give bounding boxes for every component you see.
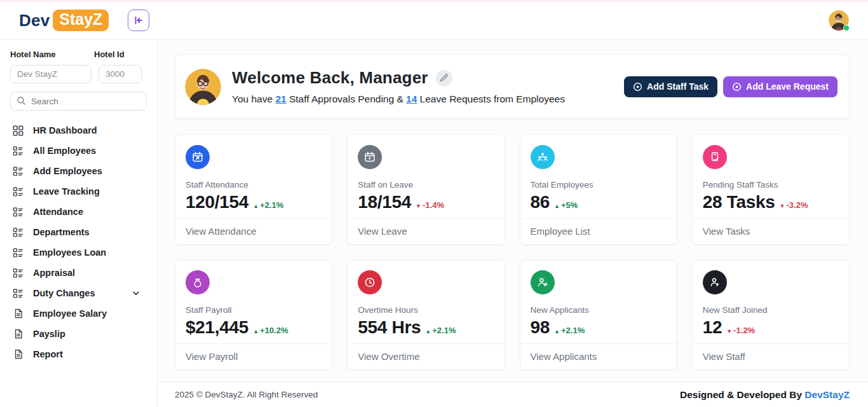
button-label: Add Leave Request	[746, 81, 829, 92]
devstayz-link[interactable]: DevStayZ	[804, 389, 850, 400]
welcome-message: You have 21 Staff Approvals Pending & 14…	[232, 93, 565, 105]
stat-delta: ▲+2.1%	[253, 200, 283, 210]
view-tasks-link[interactable]: View Tasks	[693, 218, 849, 244]
stat-title: Overtime Hours	[358, 305, 494, 315]
credit-text: Designed & Developed By DevStayZ	[680, 389, 850, 401]
list-icon	[13, 227, 24, 238]
add-leave-request-button[interactable]: Add Leave Request	[723, 76, 837, 97]
sidebar-item-label: Attendance	[33, 207, 83, 217]
stat-card-overtime-hours: Overtime Hours 554 Hrs ▲+2.1% View Overt…	[347, 259, 505, 370]
message-text: You have	[232, 93, 275, 104]
view-leave-link[interactable]: View Leave	[348, 218, 504, 244]
chevron-down-icon	[132, 289, 140, 298]
calendar-date-icon	[358, 145, 382, 169]
sidebar-nav: HR Dashboard All Employees Add Employees…	[10, 120, 147, 364]
view-overtime-link[interactable]: View Overtime	[348, 343, 504, 369]
hotel-id-input[interactable]	[98, 65, 142, 83]
manager-avatar	[185, 69, 221, 105]
list-icon	[13, 268, 24, 279]
user-avatar[interactable]	[829, 10, 849, 31]
view-payroll-link[interactable]: View Payroll	[175, 343, 332, 369]
stat-delta: ▼-3.2%	[780, 200, 808, 210]
sidebar-item-departments[interactable]: Departments	[10, 222, 147, 242]
plus-circle-icon	[732, 82, 742, 92]
money-bag-icon	[186, 270, 210, 294]
hotel-id-label: Hotel Id	[94, 50, 125, 59]
users-group-icon	[531, 145, 555, 169]
list-icon	[13, 288, 24, 299]
stat-delta: ▲+2.1%	[554, 326, 585, 335]
hotel-name-input[interactable]	[10, 65, 92, 83]
add-staff-task-button[interactable]: Add Staff Task	[624, 76, 717, 97]
list-icon	[13, 166, 24, 177]
view-staff-link[interactable]: View Staff	[693, 343, 849, 369]
file-icon	[13, 308, 24, 319]
grid-icon	[13, 125, 24, 136]
credit-prefix: Designed & Developed By	[680, 389, 804, 400]
stat-title: Staff Payroll	[186, 305, 322, 315]
sidebar-item-hr-dashboard[interactable]: HR Dashboard	[10, 120, 147, 141]
stat-value: 18/154	[358, 192, 411, 212]
stat-delta: ▼-1.4%	[416, 200, 444, 210]
calendar-arrow-icon	[186, 145, 210, 169]
logo-badge-stayz: StayZ	[53, 10, 109, 31]
sidebar-item-payslip[interactable]: Payslip	[10, 324, 147, 344]
stat-delta: ▲+2.1%	[425, 326, 456, 335]
stat-card-staff-payroll: Staff Payroll $21,445 ▲+10.2% View Payro…	[175, 259, 332, 370]
sidebar-item-label: Appraisal	[33, 268, 75, 278]
stats-grid: Staff Attendance 120/154 ▲+2.1% View Att…	[175, 134, 850, 370]
sidebar-item-all-employees[interactable]: All Employees	[10, 141, 147, 161]
stat-delta: ▼-1.2%	[726, 326, 755, 335]
welcome-banner: Welcome Back, Manager You have 21 Staff …	[175, 54, 850, 119]
list-icon	[13, 146, 24, 156]
search-input[interactable]	[10, 92, 147, 111]
stat-card-new-staff-joined: New Staff Joined 12 ▼-1.2% View Staff	[692, 259, 850, 370]
sidebar-item-label: Add Employees	[33, 166, 102, 176]
sidebar-item-duty-changes[interactable]: Duty Changes	[10, 283, 147, 303]
stat-card-staff-on-leave: Staff on Leave 18/154 ▼-1.4% View Leave	[347, 134, 505, 245]
sidebar-item-label: Duty Changes	[33, 288, 95, 298]
app-window: Dev StayZ	[0, 0, 868, 407]
sidebar-item-attendance[interactable]: Attendance	[10, 202, 147, 222]
sidebar-item-label: Payslip	[33, 329, 65, 339]
leave-count-link[interactable]: 14	[406, 93, 417, 104]
stat-card-new-applicants: New Applicants 98 ▲+2.1% View Applicants	[520, 259, 677, 370]
sidebar-collapse-button[interactable]	[128, 10, 149, 31]
stat-title: Total Employees	[531, 180, 667, 190]
clock-icon	[358, 270, 382, 294]
list-icon	[13, 207, 24, 217]
sidebar-item-label: Report	[33, 349, 63, 359]
plus-circle-icon	[633, 82, 642, 92]
list-icon	[13, 186, 24, 197]
stat-delta: ▲+5%	[554, 200, 578, 210]
online-status-dot	[843, 25, 850, 31]
page-footer: 2025 © DevStayZ. All Right Reserved Desi…	[158, 382, 868, 407]
brand-logo[interactable]: Dev StayZ	[19, 10, 109, 31]
edit-profile-button[interactable]	[436, 70, 452, 86]
hotel-name-label: Hotel Name	[10, 50, 94, 59]
stat-value: 12	[703, 317, 722, 338]
button-label: Add Staff Task	[647, 81, 709, 92]
view-attendance-link[interactable]: View Attendance	[175, 218, 332, 244]
sidebar-item-appraisal[interactable]: Appraisal	[10, 263, 147, 283]
collapse-arrow-icon	[133, 15, 144, 25]
sidebar-item-leave-tracking[interactable]: Leave Tracking	[10, 181, 147, 202]
stat-value: 86	[531, 192, 550, 212]
view-applicants-link[interactable]: View Applicants	[520, 343, 677, 369]
sidebar-item-employee-salary[interactable]: Employee Salary	[10, 303, 147, 324]
stat-card-staff-attendance: Staff Attendance 120/154 ▲+2.1% View Att…	[175, 134, 332, 245]
stat-title: Pending Staff Tasks	[703, 180, 839, 190]
pencil-icon	[440, 74, 448, 82]
stat-value: 28 Tasks	[703, 192, 775, 212]
copyright-text: 2025 © DevStayZ. All Right Reserved	[175, 390, 318, 399]
sidebar-item-report[interactable]: Report	[10, 344, 147, 364]
stat-value: 98	[531, 317, 550, 338]
person-star-icon	[703, 270, 727, 294]
sidebar-item-employees-loan[interactable]: Employees Loan	[10, 242, 147, 263]
sidebar-item-label: HR Dashboard	[33, 125, 97, 135]
employee-list-link[interactable]: Employee List	[520, 218, 677, 244]
sidebar-item-label: All Employees	[33, 146, 96, 156]
file-icon	[13, 329, 24, 339]
sidebar-item-add-employees[interactable]: Add Employees	[10, 161, 147, 181]
approvals-count-link[interactable]: 21	[275, 93, 286, 104]
